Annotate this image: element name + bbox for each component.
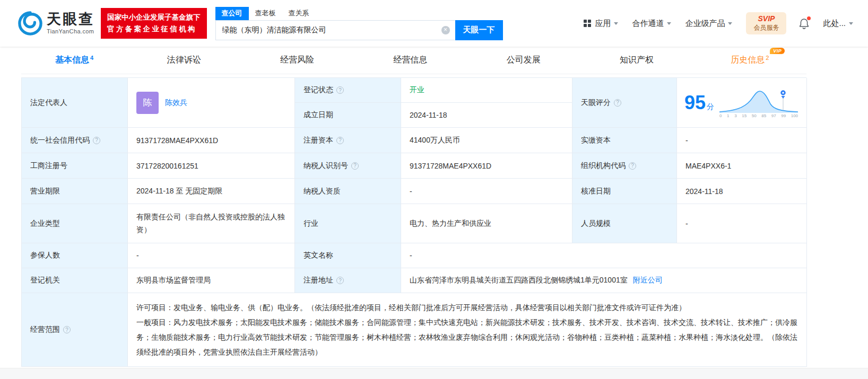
legal-representative-avatar[interactable]: 陈	[136, 92, 159, 114]
tab-history-info[interactable]: 历史信息 2 VIP	[693, 47, 806, 74]
value-registration-status: 开业	[401, 78, 572, 103]
search-box: ×	[215, 20, 455, 40]
svip-subtitle: 会员服务	[753, 23, 779, 32]
svip-title: SVIP	[753, 14, 779, 23]
label-text: 成立日期	[303, 110, 333, 120]
label-approval-date: 核准日期	[572, 179, 677, 204]
tab-legal-litigation[interactable]: 法律诉讼	[127, 47, 240, 74]
label-text: 天眼评分	[581, 98, 611, 108]
label-text: 注册资本	[303, 136, 333, 145]
apps-grid-icon	[584, 20, 591, 27]
value-paid-capital: -	[677, 128, 807, 153]
tab-intellectual-property[interactable]: 知识产权	[580, 47, 693, 74]
top-nav: 应用 合作通道 企业级产品 SVIP 会员服务 此处...	[570, 12, 853, 34]
tab-basic-info-count: 4	[90, 55, 93, 61]
value-organization-code: MAE4PXX6-1	[677, 153, 807, 179]
nav-enterprise-products[interactable]: 企业级产品	[685, 19, 732, 29]
label-text: 组织机构代码	[581, 161, 626, 171]
tab-basic-info[interactable]: 基本信息 4	[21, 47, 127, 74]
score-axis-ticks: 0131550859799100	[718, 113, 799, 118]
search-type-tabs: 查公司 查老板 查关系	[215, 7, 503, 20]
notification-dot	[807, 16, 811, 20]
help-icon[interactable]: ?	[336, 137, 344, 144]
value-registered-address: 山东省菏泽市东明县城关街道五四路西段北侧锦绣城1单元01001室 附近公司	[401, 268, 807, 293]
nav-enterprise-products-label: 企业级产品	[685, 19, 725, 29]
label-registration-number: 工商注册号	[22, 153, 128, 179]
help-icon[interactable]: ?	[351, 162, 359, 170]
nav-cooperation-label: 合作通道	[632, 19, 664, 29]
score-curve-chart[interactable]: 0131550859799100	[718, 87, 799, 118]
company-info-table: 法定代表人 陈 陈效兵 登记状态 ? 开业 天眼评分 ? 95 分	[21, 77, 806, 367]
tab-history-info-count: 2	[766, 55, 769, 61]
search-input[interactable]	[216, 21, 455, 40]
label-credit-code: 统一社会信用代码 ?	[22, 128, 128, 153]
help-icon[interactable]: ?	[93, 137, 100, 144]
value-registered-capital: 41400万人民币	[401, 128, 572, 153]
help-icon[interactable]: ?	[629, 162, 636, 170]
search-tab-company[interactable]: 查公司	[215, 7, 249, 20]
value-business-scope: 许可项目：发电业务、输电业务、供（配）电业务。（依法须经批准的项目，经相关部门批…	[128, 293, 807, 367]
help-icon[interactable]: ?	[336, 86, 344, 94]
label-text: 工商注册号	[30, 161, 67, 171]
value-establish-date: 2024-11-18	[401, 103, 572, 128]
nav-apps[interactable]: 应用	[584, 19, 618, 29]
value-company-type: 有限责任公司（非自然人投资或控股的法人独资）	[128, 204, 295, 243]
tab-legal-litigation-label: 法律诉讼	[167, 55, 201, 66]
label-text: 统一社会信用代码	[30, 136, 90, 145]
value-business-term: 2024-11-18 至 无固定期限	[128, 179, 295, 204]
nav-account-more[interactable]: 此处...	[823, 19, 853, 29]
value-tianyan-score: 95 分 0131550859799100	[677, 78, 807, 128]
nav-account-label: 此处...	[823, 19, 846, 29]
value-registration-authority: 东明县市场监督管理局	[128, 268, 295, 293]
value-registration-number: 371728200161251	[128, 153, 295, 179]
value-legal-representative: 陈 陈效兵	[128, 78, 295, 128]
section-tabs: 基本信息 4 法律诉讼 经营风险 经营信息 公司发展 知识产权 历史信息 2 V…	[21, 47, 806, 74]
nav-cooperation[interactable]: 合作通道	[632, 19, 671, 29]
tianyancha-logo[interactable]: 天眼查 TianYanCha.com	[18, 11, 94, 36]
label-company-type: 企业类型	[22, 204, 128, 243]
notification-bell-icon[interactable]	[799, 18, 809, 29]
help-icon[interactable]: ?	[614, 99, 621, 107]
tab-operation-info-label: 经营信息	[393, 55, 427, 66]
tab-history-info-label: 历史信息	[731, 55, 765, 66]
business-scope-general: 一般项目：风力发电技术服务；太阳能发电技术服务；储能技术服务；合同能源管理；集中…	[136, 315, 798, 359]
chevron-down-icon	[728, 22, 732, 27]
search-tab-boss[interactable]: 查老板	[249, 7, 282, 20]
logo-text-cn: 天眼查	[47, 12, 94, 27]
tab-company-development[interactable]: 公司发展	[467, 47, 580, 74]
label-text: 法定代表人	[30, 98, 67, 108]
label-text: 经营范围	[30, 325, 60, 334]
address-text: 山东省菏泽市东明县城关街道五四路西段北侧锦绣城1单元01001室	[410, 276, 628, 285]
nav-apps-label: 应用	[595, 19, 611, 29]
business-scope-licensed: 许可项目：发电业务、输电业务、供（配）电业务。（依法须经批准的项目，经相关部门批…	[136, 300, 798, 315]
label-text: 实缴资本	[581, 136, 611, 145]
value-credit-code: 91371728MAE4PXX61D	[128, 128, 295, 153]
value-insured-count: -	[128, 243, 295, 268]
tab-operation-info[interactable]: 经营信息	[354, 47, 467, 74]
label-insured-count: 参保人数	[22, 243, 128, 268]
score-number: 95 分	[684, 92, 714, 114]
help-icon[interactable]: ?	[336, 277, 344, 284]
score-curve-svg	[718, 87, 799, 113]
label-paid-capital: 实缴资本	[572, 128, 677, 153]
certification-badge-line1: 国家中小企业发展子基金旗下	[107, 12, 201, 23]
svip-member-button[interactable]: SVIP 会员服务	[746, 12, 786, 34]
vip-badge: VIP	[770, 48, 785, 54]
label-text: 人员规模	[581, 219, 611, 228]
nearby-companies-link[interactable]: 附近公司	[633, 276, 663, 285]
tab-operation-risk[interactable]: 经营风险	[240, 47, 353, 74]
label-legal-representative: 法定代表人	[22, 78, 128, 128]
label-registration-status: 登记状态 ?	[295, 78, 401, 103]
score-value: 95	[684, 92, 706, 114]
score-unit: 分	[707, 102, 714, 112]
clear-search-icon[interactable]: ×	[441, 26, 450, 34]
search-button[interactable]: 天眼一下	[455, 20, 503, 40]
legal-representative-link[interactable]: 陈效兵	[165, 98, 187, 108]
help-icon[interactable]: ?	[63, 326, 71, 333]
search-tab-relation[interactable]: 查关系	[282, 7, 316, 20]
value-taxpayer-id: 91371728MAE4PXX61D	[401, 153, 572, 179]
tab-operation-risk-label: 经营风险	[280, 55, 314, 66]
label-text: 行业	[303, 219, 318, 228]
value-staff-size: -	[677, 204, 807, 243]
label-english-name: 英文名称	[295, 243, 401, 268]
